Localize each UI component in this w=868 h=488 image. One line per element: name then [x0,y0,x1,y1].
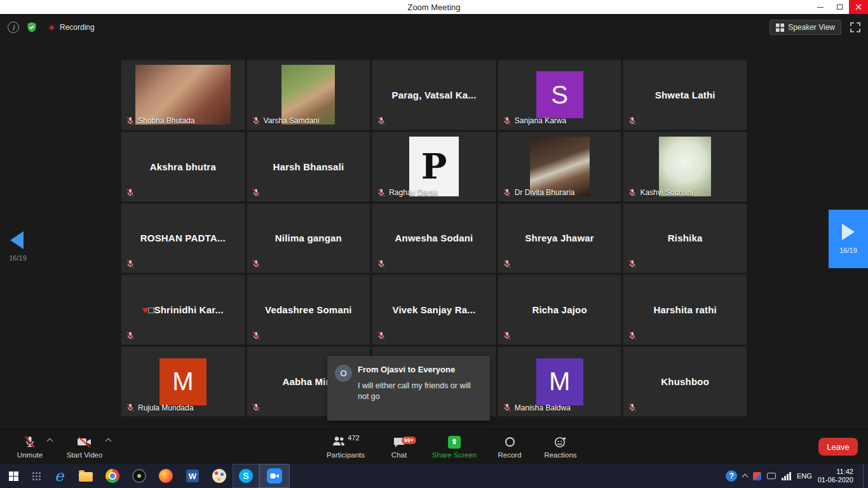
file-explorer-icon [79,472,93,482]
participant-tile[interactable]: Harsh Bhansali [247,132,371,202]
paint-button[interactable] [206,464,233,488]
close-button[interactable] [849,0,868,14]
muted-mic-icon [377,259,386,269]
record-button[interactable]: Record [490,435,529,459]
tray-app-icon[interactable] [753,472,761,480]
zoom-app-icon [267,468,282,484]
participant-name-centered: Vivek Sanjay Ra... [388,304,481,315]
record-label: Record [498,451,521,459]
participant-tile[interactable]: Anwesha Sodani [372,203,496,274]
internet-explorer-button[interactable] [46,464,72,488]
muted-mic-icon [503,259,512,269]
video-options-chevron-icon[interactable] [105,438,112,444]
participant-tile[interactable]: Shobha Bhutada [121,60,245,130]
minimize-button[interactable] [811,0,830,14]
participant-name-centered: Khushboo [656,376,714,387]
recording-indicator: Recording [48,23,95,32]
muted-mic-icon [252,259,261,269]
muted-mic-icon [628,259,637,269]
page-indicator-right: 16/19 [839,247,857,254]
share-screen-button[interactable]: Share Screen [428,435,481,459]
file-explorer-button[interactable] [72,464,99,488]
leave-button[interactable]: Leave [818,438,858,456]
page-indicator-left: 16/19 [4,254,32,262]
chat-notification-popup[interactable]: O From Ojasvi to Everyone I will either … [327,356,490,421]
zoom-meeting-window: Zoom Meeting i Recording Speaker [0,0,868,488]
participant-tile[interactable]: Dr Divita Bhuraria [498,132,622,202]
participant-tile[interactable]: ♥□Shrinidhi Kar... [121,274,245,345]
participant-footer: Manisha Baldwa [503,403,571,412]
participant-tile[interactable]: P Raghav Darak [372,132,496,202]
fullscreen-icon[interactable] [850,22,860,32]
muted-mic-icon [377,331,386,341]
participant-name-label: Manisha Baldwa [515,403,571,412]
participant-tile[interactable]: ROSHAN PADTA... [121,203,245,274]
participant-footer [126,259,135,269]
participant-name-centered: Richa Jajoo [527,304,592,315]
participant-name-label: Kashvi Sodhani [640,188,693,197]
pinned-dots-button[interactable] [27,464,46,488]
word-button[interactable] [179,464,206,488]
chat-button[interactable]: Chat 99+ [379,435,419,459]
share-screen-icon [448,436,461,449]
encryption-shield-icon[interactable] [27,22,37,33]
language-indicator[interactable]: ENG [797,472,812,480]
clock[interactable]: 11:42 01-06-2020 [818,468,857,484]
participant-name-centered: Harshita rathi [648,304,722,315]
close-icon [855,4,862,10]
unmute-button[interactable]: Unmute [6,435,53,459]
participant-footer [503,331,512,341]
participants-button[interactable]: 472 Participants [321,435,370,459]
firefox-button[interactable] [153,464,179,488]
participants-label: Participants [327,451,365,459]
participant-tile[interactable]: Vivek Sanjay Ra... [372,274,496,345]
participant-tile[interactable]: M Manisha Baldwa [498,346,622,417]
show-desktop-button[interactable] [863,464,865,488]
participant-tile[interactable]: M Rujula Mundada [121,346,245,417]
participant-tile[interactable]: Richa Jajoo [498,274,622,345]
participant-tile[interactable]: Varsha Samdani [247,60,371,130]
next-page-arrow-icon [842,224,855,240]
muted-mic-icon [252,331,261,341]
participant-tile[interactable]: Harshita rathi [623,274,747,345]
start-button[interactable] [0,464,27,488]
zoom-app-button[interactable] [259,464,290,488]
windows-taskbar: ENG 11:42 01-06-2020 [0,464,868,488]
participant-tile[interactable]: Shweta Lathi [623,60,747,130]
start-video-button[interactable]: Start Video [57,435,112,459]
help-tray-icon[interactable] [726,470,737,482]
skype-button[interactable] [233,464,259,488]
hidden-icons-chevron-icon[interactable] [742,474,749,480]
reactions-button[interactable]: Reactions [538,435,583,459]
participant-footer: Kashvi Sodhani [628,188,693,198]
network-signal-icon[interactable] [782,472,791,480]
participant-tile[interactable]: Nilima gangan [247,203,371,274]
tray-device-icon[interactable] [767,473,776,479]
participant-tile[interactable]: Vedashree Somani [247,274,371,345]
participant-footer: Shobha Bhutada [126,116,194,126]
next-page-button[interactable]: 16/19 [829,210,868,268]
meeting-info-icon[interactable]: i [8,22,19,33]
media-player-button[interactable] [126,464,153,488]
participant-tile[interactable]: Rishika [623,203,747,274]
participant-tile[interactable]: Shreya Jhawar [498,203,622,274]
participant-tile[interactable]: Khushboo [623,346,747,417]
participant-tile[interactable]: Akshra bhutra [121,132,245,202]
chrome-button[interactable] [99,464,126,488]
maximize-button[interactable] [830,0,849,14]
muted-mic-icon [628,116,637,126]
chat-unread-badge: 99+ [402,437,416,445]
participant-photo-letter: P [421,149,447,184]
participant-name-centered: Shreya Jhawar [520,233,599,243]
participant-tile[interactable]: Parag, Vatsal Ka... [372,60,496,130]
muted-mic-icon [628,188,637,198]
speaker-view-button[interactable]: Speaker View [770,20,841,35]
previous-page-arrow[interactable] [10,231,24,249]
participant-footer [252,188,261,198]
participant-tile[interactable]: S Sanjana Karwa [498,60,622,130]
audio-options-chevron-icon[interactable] [47,438,53,444]
muted-mic-icon [252,188,261,198]
participant-footer: Varsha Samdani [252,116,320,126]
participant-tile[interactable]: Kashvi Sodhani [623,132,747,202]
muted-mic-icon [126,259,135,269]
